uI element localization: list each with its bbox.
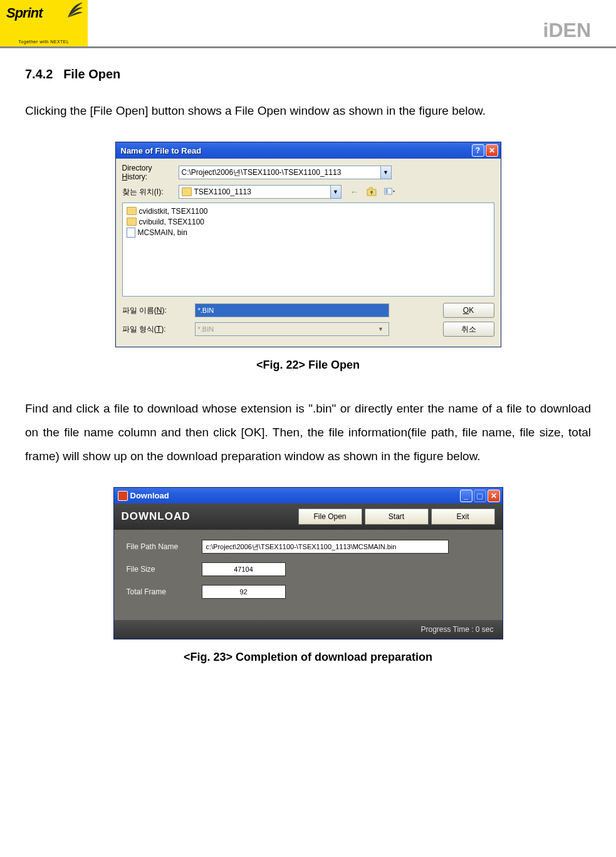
total-frame-value: 92: [202, 585, 286, 599]
view-menu-icon[interactable]: [384, 186, 395, 197]
file-icon: [127, 228, 135, 238]
directory-history-value: C:\Project\2006년\TSEX1100-\TSEX1100_1113: [182, 167, 342, 178]
file-open-dialog: Name of File to Read ? ✕ DirectoryHistor…: [115, 142, 501, 347]
folder-icon: [127, 207, 137, 215]
download-body: File Path Name c:\Project\2006년\TSEX1100…: [114, 530, 503, 620]
list-item[interactable]: cvidistkit, TSEX1100: [127, 206, 490, 216]
sprint-logo: Sprint Together with NEXTEL: [0, 0, 88, 46]
section-title: File Open: [63, 67, 120, 81]
download-titlebar: Download _ ▢ ✕: [114, 488, 503, 503]
up-folder-icon[interactable]: [367, 186, 378, 197]
svg-rect-4: [385, 192, 387, 194]
page-header: Sprint Together with NEXTEL iDEN: [0, 0, 616, 48]
iden-label: iDEN: [543, 19, 591, 42]
chevron-down-icon: ▼: [376, 326, 386, 332]
section-heading: 7.4.2 File Open: [25, 67, 591, 81]
total-frame-label: Total Frame: [127, 587, 202, 596]
cancel-button[interactable]: 취소: [443, 322, 494, 337]
exit-button[interactable]: Exit: [431, 508, 495, 525]
sprint-fan-icon: [66, 1, 84, 19]
fig22-caption: <Fig. 22> File Open: [25, 359, 591, 372]
lookin-combo[interactable]: TSEX1100_1113 ▼: [179, 185, 342, 199]
list-item[interactable]: MCSMAIN, bin: [127, 227, 490, 238]
app-icon: [118, 491, 128, 501]
download-heading: DOWNLOAD: [122, 510, 191, 523]
sprint-logo-text: Sprint: [6, 5, 43, 21]
help-button[interactable]: ?: [472, 144, 484, 157]
file-open-button[interactable]: File Open: [298, 508, 362, 525]
minimize-button[interactable]: _: [460, 490, 472, 502]
download-window: Download _ ▢ ✕ DOWNLOAD File Open Start …: [113, 487, 503, 639]
file-open-title: Name of File to Read: [121, 146, 202, 155]
start-button[interactable]: Start: [365, 508, 429, 525]
filetype-combo[interactable]: *.BIN▼: [195, 322, 389, 336]
directory-history-label: DirectoryHistory:: [122, 164, 179, 181]
back-icon[interactable]: ←: [349, 186, 360, 197]
filename-label: 파일 이름(N):: [122, 305, 191, 316]
file-size-value: 47104: [202, 562, 286, 576]
intro-paragraph: Clicking the [File Open] button shows a …: [25, 99, 591, 123]
chevron-down-icon[interactable]: ▼: [330, 186, 341, 198]
chevron-down-icon[interactable]: ▼: [380, 166, 391, 179]
close-button[interactable]: ✕: [488, 490, 500, 502]
directory-history-combo[interactable]: C:\Project\2006년\TSEX1100-\TSEX1100_1113…: [179, 166, 392, 179]
file-size-label: File Size: [127, 565, 202, 574]
folder-icon: [182, 187, 192, 196]
file-path-value: c:\Project\2006년\TSEX1100-\TSEX1100_1113…: [202, 540, 449, 554]
sprint-tagline: Together with NEXTEL: [0, 39, 88, 44]
file-open-titlebar: Name of File to Read ? ✕: [116, 142, 501, 159]
filename-input[interactable]: *.BIN: [195, 303, 389, 317]
filetype-label: 파일 형식(T):: [122, 324, 191, 335]
progress-status: Progress Time : 0 sec: [114, 620, 503, 639]
folder-icon: [127, 218, 137, 226]
lookin-label: 찾는 위치(I):: [122, 187, 179, 197]
section-number: 7.4.2: [25, 67, 53, 81]
close-button[interactable]: ✕: [486, 144, 498, 157]
fig23-caption: <Fig. 23> Completion of download prepara…: [25, 651, 591, 664]
ok-button[interactable]: OK: [443, 303, 494, 318]
paragraph-2: Find and click a file to download whose …: [25, 397, 591, 468]
list-item[interactable]: cvibuild, TSEX1100: [127, 216, 490, 227]
svg-rect-2: [385, 189, 387, 191]
file-path-label: File Path Name: [127, 542, 202, 551]
download-title: Download: [130, 491, 169, 500]
maximize-button: ▢: [474, 490, 486, 502]
file-list[interactable]: cvidistkit, TSEX1100 cvibuild, TSEX1100 …: [122, 202, 494, 297]
lookin-value: TSEX1100_1113: [194, 187, 251, 196]
svg-rect-3: [385, 191, 387, 192]
download-toolbar: DOWNLOAD File Open Start Exit: [114, 503, 503, 530]
